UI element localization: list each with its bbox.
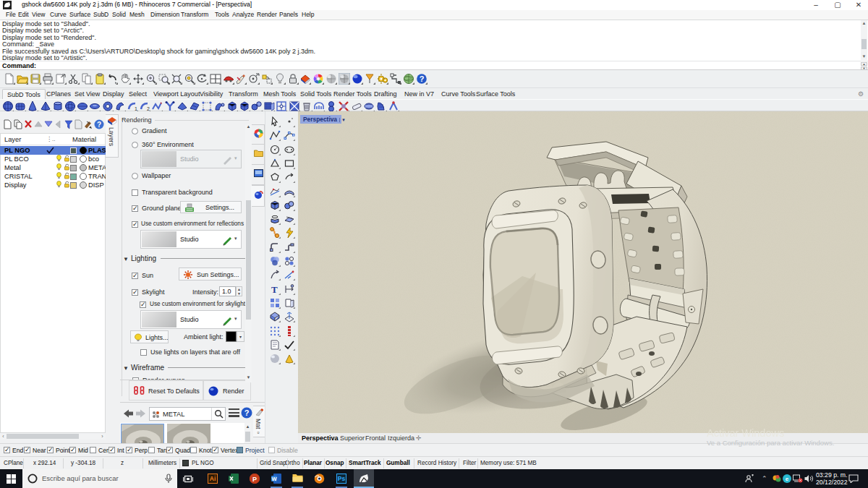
svg-text:?: ? [244,408,250,417]
svg-text:T: T [271,284,278,295]
svg-text:?: ? [97,121,101,129]
svg-text:P: P [252,476,257,483]
svg-text:e: e [786,476,789,482]
svg-text:?: ? [419,74,424,83]
svg-text:W: W [271,476,277,482]
svg-text:2: 2 [147,106,150,111]
svg-text:1: 1 [135,106,137,111]
